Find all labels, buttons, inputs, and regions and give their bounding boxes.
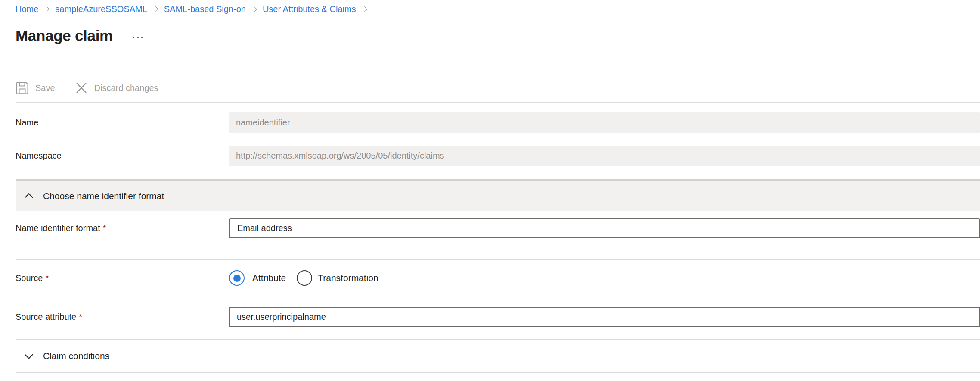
section-choose-format-label: Choose name identifier format — [43, 191, 164, 201]
name-identifier-format-row: Name identifier format* Email address — [16, 218, 980, 238]
row-divider — [16, 259, 980, 260]
name-input — [229, 112, 980, 133]
radio-transformation[interactable] — [297, 270, 312, 286]
ellipsis-icon — [137, 37, 139, 38]
name-row: Name — [16, 112, 980, 133]
namespace-row: Namespace — [16, 146, 980, 166]
breadcrumb-link-saml-signon[interactable]: SAML-based Sign-on — [164, 4, 246, 14]
chevron-right-icon — [44, 6, 50, 12]
breadcrumb-link-user-attributes[interactable]: User Attributes & Claims — [263, 4, 356, 14]
breadcrumb: Home sampleAzureSSOSAML SAML-based Sign-… — [16, 0, 980, 13]
required-asterisk: * — [103, 223, 106, 233]
more-options-button[interactable] — [131, 35, 145, 40]
discard-icon — [75, 81, 88, 94]
required-asterisk: * — [79, 312, 82, 322]
section-claim-conditions-label: Claim conditions — [43, 351, 109, 361]
namespace-input — [229, 146, 980, 166]
source-label-text: Source — [16, 273, 43, 283]
page-title: Manage claim — [16, 27, 113, 44]
chevron-right-icon — [251, 6, 257, 12]
breadcrumb-link-home[interactable]: Home — [16, 4, 38, 14]
command-bar: Save Discard changes — [16, 79, 980, 97]
name-label: Name — [16, 118, 229, 128]
manage-claim-page: Home sampleAzureSSOSAML SAML-based Sign-… — [0, 0, 980, 373]
source-row: Source* Attribute Transformation — [16, 270, 980, 286]
radio-selected-dot — [233, 275, 241, 282]
name-identifier-format-label-text: Name identifier format — [16, 223, 100, 233]
ellipsis-icon — [133, 37, 134, 38]
source-attribute-input[interactable] — [229, 307, 980, 327]
required-asterisk: * — [45, 273, 49, 283]
source-attribute-label: Source attribute* — [16, 312, 229, 322]
save-button[interactable]: Save — [16, 81, 55, 95]
discard-changes-label: Discard changes — [94, 83, 158, 93]
radio-transformation-label[interactable]: Transformation — [318, 273, 378, 283]
chevron-right-icon — [362, 6, 367, 12]
section-claim-conditions[interactable]: Claim conditions — [16, 340, 980, 372]
source-label: Source* — [16, 273, 229, 283]
save-icon — [16, 81, 29, 95]
chevron-down-icon — [25, 350, 33, 359]
discard-changes-button[interactable]: Discard changes — [75, 81, 158, 94]
namespace-label: Namespace — [16, 151, 229, 161]
title-row: Manage claim — [16, 27, 980, 44]
radio-attribute-label[interactable]: Attribute — [252, 273, 286, 283]
breadcrumb-link-app[interactable]: sampleAzureSSOSAML — [55, 4, 147, 14]
source-attribute-row: Source attribute* — [16, 307, 980, 327]
source-attribute-label-text: Source attribute — [16, 312, 76, 322]
ellipsis-icon — [141, 37, 143, 38]
name-identifier-format-value: Email address — [237, 223, 292, 233]
section-choose-name-identifier-format[interactable]: Choose name identifier format — [16, 179, 980, 211]
name-identifier-format-label: Name identifier format* — [16, 223, 229, 233]
radio-attribute[interactable] — [229, 270, 245, 286]
source-radio-group: Attribute Transformation — [229, 270, 980, 286]
name-identifier-format-select[interactable]: Email address — [229, 218, 980, 238]
chevron-up-icon — [25, 193, 33, 202]
toolbar-divider — [16, 102, 980, 103]
row-divider — [16, 372, 980, 373]
save-label: Save — [35, 83, 55, 93]
chevron-right-icon — [153, 6, 158, 12]
